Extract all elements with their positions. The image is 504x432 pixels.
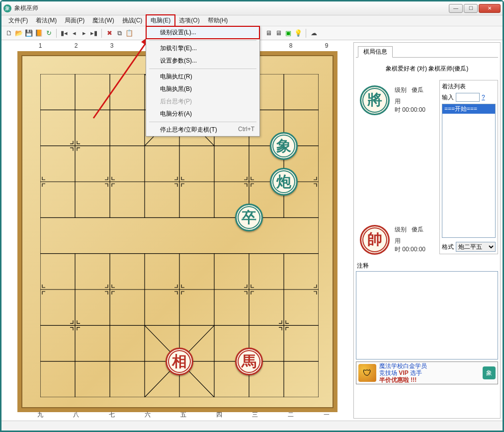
- minimize-button[interactable]: —: [449, 4, 463, 13]
- moves-list[interactable]: ===开始===: [442, 104, 496, 238]
- window-title: 象棋巫师: [14, 4, 449, 12]
- piece-teal-pao[interactable]: 炮: [270, 168, 298, 196]
- close-button[interactable]: ✕: [479, 4, 501, 13]
- app-window: 象 象棋巫师 — ☐ ✕ 文件(F) 着法(M) 局面(P) 魔法(W) 挑战(…: [0, 0, 504, 432]
- next-icon[interactable]: ▸: [80, 29, 88, 38]
- menu-moves[interactable]: 着法(M): [32, 15, 61, 26]
- menu-item-red[interactable]: 电脑执红(R): [146, 71, 259, 83]
- computer-menu-dropdown: 级别设置(L)... 加载引擎(E)... 设置参数(S)... 电脑执红(R)…: [146, 26, 260, 137]
- computer2-icon[interactable]: 🖥: [274, 29, 283, 38]
- tab-game-info[interactable]: 棋局信息: [358, 46, 393, 58]
- moves-panel: 着法列表 输入 ? ===开始=== 格式 炮二平五: [439, 80, 498, 254]
- copy-icon[interactable]: ⧉: [115, 29, 124, 38]
- info-panel: 棋局信息 象棋爱好者 (对) 象棋巫师(傻瓜) 將 级别 傻瓜 用时 00:00…: [353, 42, 501, 419]
- help-link[interactable]: ?: [482, 94, 485, 101]
- coords-bottom: 九八七六五四三二一: [22, 411, 344, 419]
- piece-red-ma[interactable]: 馬: [235, 348, 263, 375]
- red-time: 00:00:00: [402, 246, 425, 253]
- menu-options[interactable]: 选项(O): [175, 15, 203, 26]
- refresh-icon[interactable]: ↻: [44, 29, 53, 38]
- piece-teal-zu[interactable]: 卒: [235, 204, 263, 231]
- computer1-icon[interactable]: 🖥: [264, 29, 273, 38]
- prev-icon[interactable]: ◂: [70, 29, 79, 38]
- menu-computer[interactable]: 电脑(E): [146, 15, 175, 26]
- menu-item-analyze[interactable]: 电脑分析(A): [146, 108, 259, 120]
- move-input[interactable]: [456, 93, 480, 102]
- menu-item-bg: 后台思考(P): [146, 95, 259, 108]
- lamp-icon[interactable]: 💡: [294, 29, 303, 38]
- format-select[interactable]: 炮二平五: [456, 242, 496, 252]
- move-item-start[interactable]: ===开始===: [442, 104, 495, 114]
- menubar: 文件(F) 着法(M) 局面(P) 魔法(W) 挑战(C) 电脑(E) 选项(O…: [1, 15, 503, 26]
- piece-red-xiang[interactable]: 相: [166, 348, 193, 375]
- menu-challenge[interactable]: 挑战(C): [118, 15, 147, 26]
- notes-label: 注释: [357, 262, 498, 270]
- menu-item-params[interactable]: 设置参数(S)...: [146, 55, 259, 67]
- match-line: 象棋爱好者 (对) 象棋巫师(傻瓜): [356, 58, 498, 80]
- open-icon[interactable]: 📂: [14, 29, 23, 38]
- titlebar: 象 象棋巫师 — ☐ ✕: [1, 1, 503, 15]
- paste-icon[interactable]: 📋: [125, 29, 134, 38]
- terminal-icon[interactable]: ▣: [284, 29, 293, 38]
- moves-header: 着法列表: [442, 82, 496, 91]
- ad-tail-icon: 象: [483, 366, 496, 379]
- menu-item-level[interactable]: 级别设置(L)...: [146, 26, 259, 39]
- app-icon: 象: [3, 4, 11, 12]
- maximize-button[interactable]: ☐: [464, 4, 478, 13]
- ad-banner[interactable]: 🛡 魔法学校白金学员 竞技场 VIP 选手 半价优惠啦 !!! 象: [356, 361, 498, 384]
- last-icon[interactable]: ▸▮: [89, 29, 98, 38]
- new-icon[interactable]: 🗋: [4, 29, 13, 38]
- book-icon[interactable]: 📙: [34, 29, 43, 38]
- black-time: 00:00:00: [402, 106, 425, 113]
- notes-textarea[interactable]: [356, 271, 498, 360]
- menu-item-engine[interactable]: 加载引擎(E)...: [146, 42, 259, 55]
- black-general-icon: 將: [360, 85, 390, 115]
- first-icon[interactable]: ▮◂: [60, 29, 69, 38]
- cloud-icon[interactable]: ☁: [309, 29, 318, 38]
- menu-item-black[interactable]: 电脑执黑(B): [146, 83, 259, 95]
- menu-magic[interactable]: 魔法(W): [88, 15, 118, 26]
- red-general-icon: 帥: [360, 225, 390, 255]
- statusbar: [1, 421, 503, 431]
- menu-help[interactable]: 帮助(H): [204, 15, 232, 26]
- menu-file[interactable]: 文件(F): [4, 15, 32, 26]
- save-icon[interactable]: 💾: [24, 29, 33, 38]
- delete-icon[interactable]: ✖: [105, 29, 114, 38]
- ad-icon: 🛡: [358, 364, 376, 382]
- menu-game[interactable]: 局面(P): [61, 15, 88, 26]
- piece-teal-xiang[interactable]: 象: [270, 132, 298, 160]
- menu-item-stop[interactable]: 停止思考/立即走棋(T)Ctrl+T: [146, 124, 259, 136]
